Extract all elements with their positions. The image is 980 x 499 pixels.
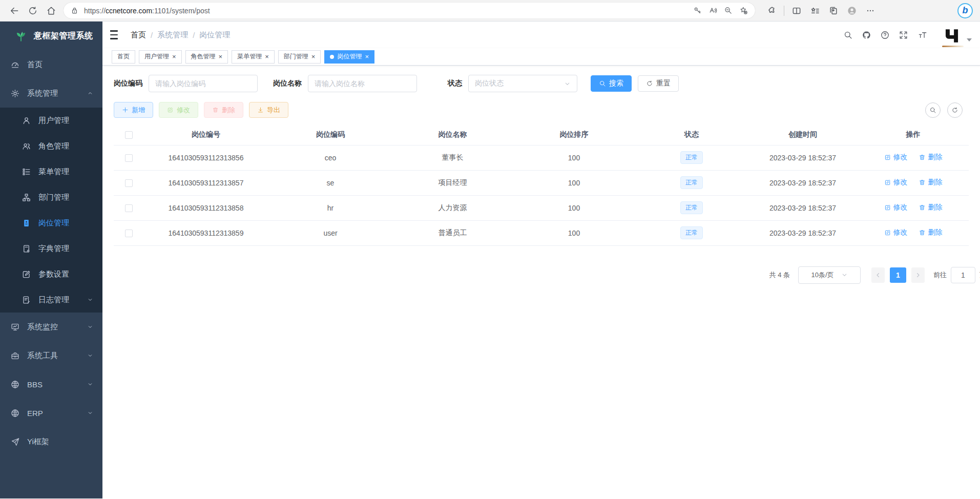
- sidebar-item-home[interactable]: 首页: [0, 50, 102, 79]
- close-icon[interactable]: ×: [265, 53, 269, 60]
- delete-link[interactable]: 删除: [919, 178, 942, 187]
- delete-link[interactable]: 删除: [919, 153, 942, 162]
- tab-user-management[interactable]: 用户管理 ×: [139, 50, 182, 64]
- row-checkbox[interactable]: [125, 154, 133, 162]
- chevron-up-icon: [87, 90, 93, 96]
- post-sort: 100: [513, 145, 635, 170]
- sidebar-item-system-tools[interactable]: 系统工具: [0, 341, 102, 370]
- post-code-input[interactable]: [149, 75, 258, 92]
- browser-refresh-button[interactable]: [24, 3, 42, 19]
- column-header: 创建时间: [748, 124, 858, 145]
- edit-pencil-icon: [884, 229, 891, 236]
- add-favorite-button[interactable]: [736, 4, 751, 18]
- sidebar-item-bbs[interactable]: BBS: [0, 370, 102, 399]
- goto-page-input[interactable]: [951, 267, 975, 283]
- reset-button[interactable]: 重置: [638, 75, 679, 92]
- extensions-button[interactable]: [762, 3, 781, 19]
- browser-back-button[interactable]: [5, 3, 24, 19]
- sidebar-item-user-management[interactable]: 用户管理: [0, 108, 102, 133]
- sidebar-item-menu-management[interactable]: 菜单管理: [0, 159, 102, 184]
- browser-toolbar: https://ccnetcore.com:1101/system/post b: [0, 0, 980, 22]
- post-table: 岗位编号 岗位编码 岗位名称 岗位排序 状态 创建时间 操作 164103059…: [114, 124, 969, 246]
- table-row[interactable]: 1641030593112313858 hr 人力资源 100 正常 2023-…: [114, 195, 969, 220]
- zoom-out-icon: [724, 6, 733, 15]
- browser-menu-button[interactable]: [861, 3, 880, 19]
- bing-discover-button[interactable]: b: [957, 3, 973, 18]
- github-icon[interactable]: [862, 30, 871, 40]
- post-name-input[interactable]: [308, 75, 417, 92]
- url-text: https://ccnetcore.com:1101/system/post: [84, 7, 690, 15]
- next-page-button[interactable]: [911, 267, 925, 283]
- close-icon[interactable]: ×: [219, 53, 223, 60]
- sidebar-item-erp[interactable]: ERP: [0, 399, 102, 427]
- favorites-button[interactable]: [806, 3, 824, 19]
- delete-button[interactable]: 删除: [204, 102, 243, 118]
- tab-post-management[interactable]: 岗位管理 ×: [324, 50, 374, 64]
- delete-link[interactable]: 删除: [919, 203, 942, 212]
- fullscreen-icon[interactable]: [899, 30, 908, 40]
- page-number-button[interactable]: 1: [890, 267, 906, 283]
- table-row[interactable]: 1641030593112313857 se 项目经理 100 正常 2023-…: [114, 170, 969, 195]
- close-icon[interactable]: ×: [311, 53, 316, 60]
- chevron-down-icon: [87, 352, 93, 359]
- table-row[interactable]: 1641030593112313856 ceo 董事长 100 正常 2023-…: [114, 145, 969, 170]
- header-search-icon[interactable]: [843, 30, 853, 40]
- tab-menu-management[interactable]: 菜单管理 ×: [232, 50, 275, 64]
- close-icon[interactable]: ×: [365, 53, 369, 60]
- delete-link[interactable]: 删除: [919, 228, 942, 237]
- sidebar-item-log-management[interactable]: 日志管理: [0, 287, 102, 313]
- sidebar-item-dict-management[interactable]: 字典管理: [0, 236, 102, 261]
- tab-home[interactable]: 首页: [112, 50, 135, 64]
- sidebar-item-role-management[interactable]: 角色管理: [0, 133, 102, 159]
- edit-link[interactable]: 修改: [884, 178, 908, 187]
- close-icon[interactable]: ×: [172, 53, 176, 60]
- sidebar-item-dept-management[interactable]: 部门管理: [0, 184, 102, 210]
- user-avatar[interactable]: [942, 27, 972, 47]
- sidebar-item-system-management[interactable]: 系统管理: [0, 79, 102, 108]
- sidebar: 意框架管理系统 首页 系统管理 用户管理 角色管理: [0, 22, 102, 498]
- sidebar-item-param-settings[interactable]: 参数设置: [0, 261, 102, 287]
- profile-button[interactable]: [843, 3, 861, 19]
- font-size-icon[interactable]: [917, 30, 928, 40]
- read-aloud-button[interactable]: [705, 4, 720, 18]
- app-logo: 意框架管理系统: [0, 22, 102, 50]
- help-question-icon[interactable]: [880, 30, 890, 40]
- row-checkbox[interactable]: [125, 230, 133, 237]
- split-screen-button[interactable]: [787, 3, 806, 19]
- url-bar[interactable]: https://ccnetcore.com:1101/system/post: [64, 3, 755, 18]
- read-aloud-icon: [708, 6, 717, 15]
- search-form: 岗位编码 岗位名称 状态 岗位状态 搜索 重置: [114, 75, 969, 92]
- sidebar-item-system-monitor[interactable]: 系统监控: [0, 313, 102, 341]
- search-button[interactable]: 搜索: [591, 75, 632, 92]
- export-button[interactable]: 导出: [249, 102, 288, 118]
- page-size-select[interactable]: 10条/页: [798, 266, 861, 284]
- table-row[interactable]: 1641030593112313859 user 普通员工 100 正常 202…: [114, 220, 969, 245]
- zoom-out-button[interactable]: [720, 4, 736, 18]
- sidebar-collapse-button[interactable]: [110, 30, 121, 39]
- refresh-table-button[interactable]: [947, 102, 963, 118]
- prev-page-button[interactable]: [871, 267, 885, 283]
- edit-link[interactable]: 修改: [884, 153, 908, 162]
- edit-link[interactable]: 修改: [884, 203, 908, 212]
- pagination: 共 4 条 10条/页 1 前往 页: [114, 266, 980, 284]
- tab-dept-management[interactable]: 部门管理 ×: [278, 50, 321, 64]
- password-button[interactable]: [690, 4, 705, 18]
- select-all-checkbox[interactable]: [125, 131, 133, 139]
- collections-button[interactable]: [824, 3, 843, 19]
- edit-button[interactable]: 修改: [159, 102, 198, 118]
- breadcrumb-home[interactable]: 首页: [131, 30, 146, 40]
- browser-home-button[interactable]: [42, 3, 60, 19]
- sidebar-item-post-management[interactable]: 岗位管理: [0, 210, 102, 236]
- download-icon: [257, 107, 264, 113]
- gear-icon: [10, 89, 20, 98]
- add-button[interactable]: 新增: [114, 102, 153, 118]
- edit-square-icon: [22, 269, 31, 279]
- toggle-search-button[interactable]: [925, 102, 941, 118]
- row-checkbox[interactable]: [125, 179, 133, 187]
- chevron-down-icon: [87, 297, 93, 303]
- status-select[interactable]: 岗位状态: [468, 75, 577, 92]
- row-checkbox[interactable]: [125, 204, 133, 212]
- sidebar-item-yi-framework[interactable]: Yi框架: [0, 427, 102, 456]
- tab-role-management[interactable]: 角色管理 ×: [185, 50, 228, 64]
- edit-link[interactable]: 修改: [884, 228, 908, 237]
